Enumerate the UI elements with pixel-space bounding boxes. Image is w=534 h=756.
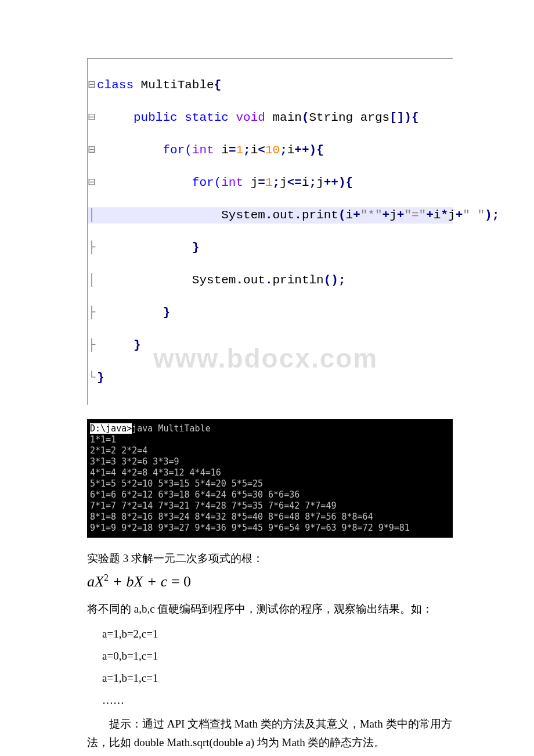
semi: ; (243, 143, 251, 157)
fold-end-icon: └ (88, 370, 96, 386)
code-text: j (316, 176, 324, 189)
paren-semi: (); (324, 273, 346, 287)
console-row: 7*1=7 7*2=14 7*3=21 7*4=28 7*5=35 7*6=42… (90, 501, 336, 511)
paren: ( (338, 208, 346, 222)
fold-icon: ⊟ (88, 110, 96, 126)
brace: { (214, 78, 222, 92)
semi: ; (273, 176, 280, 189)
kw-class: class (97, 78, 134, 92)
op-eq: = (229, 143, 236, 157)
op-plus: + (426, 208, 434, 222)
console-cmd: java MultiTable (132, 423, 210, 434)
code-text: j (280, 176, 287, 189)
fold-mid-icon: │ (88, 272, 96, 289)
code-text: i (346, 208, 353, 222)
code-text: i (251, 143, 258, 157)
num-literal: 1 (236, 143, 243, 157)
dot: . (265, 208, 273, 222)
list-item: a=1,b=2,c=1 (102, 623, 453, 645)
code-text: out (272, 208, 294, 222)
op-inc: ++){ (294, 143, 323, 157)
brace: } (97, 371, 104, 384)
str-literal: " " (463, 208, 485, 222)
console-row: 9*1=9 9*2=18 9*3=27 9*4=36 9*5=45 9*6=54… (90, 523, 410, 533)
code-text: j (243, 176, 258, 189)
dot: . (265, 273, 273, 287)
fold-icon: ⊟ (88, 175, 96, 191)
code-text: out (243, 273, 265, 287)
brace: } (134, 339, 141, 352)
console-row: 6*1=6 6*2=12 6*3=18 6*4=24 6*5=30 6*6=36 (90, 489, 300, 500)
dot: . (294, 208, 302, 222)
code-text: main (265, 111, 302, 124)
code-text: i (214, 143, 229, 157)
op-plus: + (397, 208, 405, 222)
code-text: print (302, 208, 338, 222)
paren-semi: ); (485, 208, 499, 222)
kw-for: for( (192, 176, 221, 189)
op-lt: < (258, 143, 265, 157)
code-text: System (221, 208, 265, 222)
hint-text: 提示：通过 API 文档查找 Math 类的方法及其意义，Math 类中的常用方… (87, 715, 453, 752)
console-row: 8*1=8 8*2=16 8*3=24 8*4=32 8*5=40 8*6=48… (90, 512, 373, 522)
fold-icon: ⊟ (88, 142, 96, 159)
kw-int: int (221, 176, 243, 189)
code-text: j (389, 208, 397, 222)
code-text: String args (309, 111, 390, 124)
code-text: println (272, 273, 323, 287)
paren: ( (302, 111, 309, 124)
code-text: i (302, 176, 309, 189)
brace: } (192, 241, 200, 254)
eq-eq: = (171, 573, 180, 590)
fold-cont-icon: ├ (88, 240, 96, 256)
code-editor-block: ⊟class MultiTable{ ⊟ public static void … (87, 58, 453, 405)
eq-part: aX (87, 573, 104, 590)
console-output: D:\java>java MultiTable 1*1=1 2*1=2 2*2=… (87, 419, 453, 538)
op-eq: = (258, 176, 265, 189)
semi: ; (309, 176, 317, 189)
fold-icon: ⊟ (88, 77, 96, 93)
console-row: 4*1=4 4*2=8 4*3=12 4*4=16 (90, 467, 221, 478)
code-text: System (192, 273, 236, 287)
brace: []){ (389, 111, 418, 124)
kw-void: void (236, 111, 265, 124)
kw-int: int (192, 143, 214, 157)
code-text: i (287, 143, 295, 157)
fold-cont-icon: ├ (88, 305, 96, 321)
op-plus: + (353, 208, 360, 222)
str-literal: "*" (360, 208, 383, 222)
fold-cont-icon: ├ (88, 337, 96, 354)
op-plus: + (456, 208, 463, 222)
equation: aX2 + bX + c = 0 (87, 573, 453, 591)
console-row: 5*1=5 5*2=10 5*3=15 5*4=20 5*5=25 (90, 478, 263, 489)
document-page: www.bdocx.com ⊟class MultiTable{ ⊟ publi… (0, 0, 534, 756)
eq-superscript: 2 (104, 573, 109, 582)
num-literal: 10 (265, 143, 280, 157)
semi: ; (280, 143, 287, 157)
fold-mid-icon: │ (88, 207, 96, 224)
code-text: i (434, 208, 441, 222)
console-prompt: D:\java> (90, 423, 132, 434)
kw-for: for( (163, 143, 192, 157)
list-item: a=0,b=1,c=1 (102, 645, 453, 667)
eq-part: + bX + c (109, 573, 171, 590)
example-list: a=1,b=2,c=1 a=0,b=1,c=1 a=1,b=1,c=1 …… (87, 623, 453, 711)
description-text: 将不同的 a,b,c 值硬编码到程序中，测试你的程序，观察输出结果。如： (87, 600, 453, 618)
op-inc: ++){ (324, 176, 353, 189)
op-le: <= (287, 176, 302, 189)
code-text: j (448, 208, 456, 222)
op-plus: + (383, 208, 390, 222)
num-literal: 1 (265, 176, 273, 189)
console-row: 1*1=1 (90, 434, 116, 445)
dot: . (236, 273, 243, 287)
console-row: 2*1=2 2*2=4 (90, 445, 147, 456)
console-row: 3*1=3 3*2=6 3*3=9 (90, 456, 179, 467)
list-item: a=1,b=1,c=1 (102, 667, 453, 689)
str-literal: "=" (404, 208, 426, 222)
kw-public-static: public static (134, 111, 236, 124)
list-ellipsis: …… (102, 689, 453, 711)
code-text: MultiTable (134, 78, 214, 92)
brace: } (163, 306, 170, 319)
op-mul: * (441, 208, 448, 222)
eq-zero: 0 (180, 573, 192, 590)
